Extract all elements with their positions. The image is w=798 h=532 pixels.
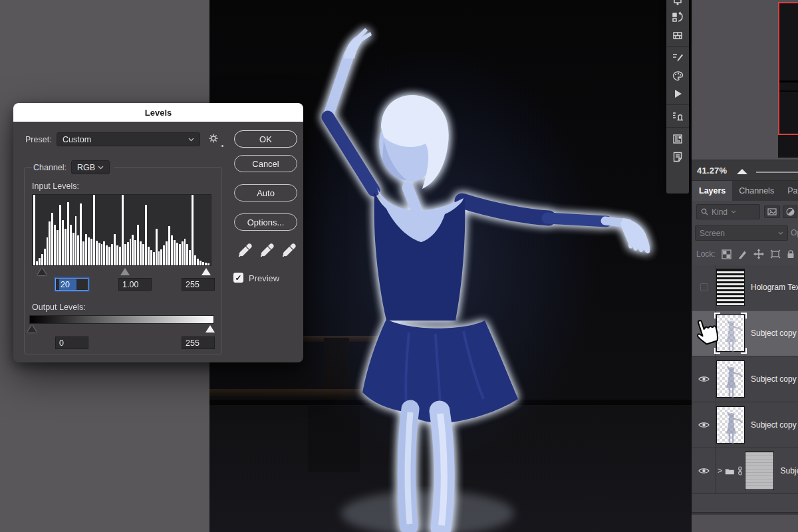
chevron-down-icon bbox=[98, 166, 104, 170]
blend-mode-value: Screen bbox=[700, 229, 775, 238]
visibility-empty-box bbox=[700, 283, 708, 291]
white-point-eyedropper-icon[interactable] bbox=[282, 243, 297, 257]
history-icon[interactable] bbox=[666, 8, 689, 26]
thumbnail-figure bbox=[717, 407, 745, 444]
zoom-percentage[interactable]: 41.27% bbox=[697, 166, 727, 176]
group-expand-chevron-icon[interactable]: > bbox=[718, 466, 722, 475]
clipped-panel-icon[interactable] bbox=[666, 0, 689, 8]
search-icon bbox=[701, 208, 708, 215]
output-gradient-bar bbox=[29, 315, 214, 324]
levels-dialog: Levels Preset: Custom OK Cancel Auto Opt… bbox=[13, 103, 303, 362]
output-shadow-field[interactable]: 0 bbox=[55, 336, 88, 349]
visibility-toggle[interactable] bbox=[692, 265, 716, 310]
channel-value: RGB bbox=[77, 163, 98, 172]
lock-transparency-icon[interactable] bbox=[722, 249, 732, 259]
output-shadow-slider[interactable] bbox=[27, 325, 37, 332]
channel-select[interactable]: RGB bbox=[71, 160, 110, 174]
gray-point-eyedropper-icon[interactable] bbox=[260, 243, 275, 257]
layer-thumbnail-texture[interactable] bbox=[716, 269, 745, 306]
zoom-slider-thumb[interactable] bbox=[737, 169, 747, 174]
layer-row-subject-copy-2[interactable]: Subject copy 2 bbox=[692, 356, 798, 402]
libraries-icon[interactable] bbox=[666, 130, 689, 148]
input-midtone-field[interactable]: 1.00 bbox=[118, 278, 152, 291]
pattern-icon[interactable] bbox=[666, 26, 689, 44]
eye-icon bbox=[698, 467, 710, 475]
preview-checkbox[interactable]: ✓ bbox=[233, 273, 243, 283]
lock-artboard-icon[interactable] bbox=[770, 249, 781, 259]
black-point-eyedropper-icon[interactable] bbox=[238, 243, 253, 257]
visibility-toggle[interactable] bbox=[692, 402, 716, 448]
input-shadow-field[interactable]: 20 bbox=[55, 278, 88, 291]
input-shadow-slider[interactable] bbox=[37, 268, 47, 275]
tool-presets-icon[interactable] bbox=[666, 107, 689, 125]
thumbnail-figure bbox=[717, 361, 745, 398]
panel-dock bbox=[666, 0, 689, 194]
preset-select[interactable]: Custom bbox=[57, 132, 200, 146]
output-highlight-field[interactable]: 255 bbox=[182, 336, 215, 349]
eye-icon bbox=[698, 375, 710, 383]
layer-thumbnail-subject[interactable] bbox=[716, 406, 745, 444]
navigator-panel bbox=[692, 0, 798, 160]
lock-row: Lock: bbox=[692, 245, 798, 263]
output-highlight-slider[interactable] bbox=[205, 325, 215, 332]
preset-value: Custom bbox=[63, 135, 188, 144]
channel-row: Channel: RGB bbox=[32, 160, 114, 174]
layer-row-hologram-texture[interactable]: Hologram Text bbox=[692, 265, 798, 311]
blend-mode-row: Screen Op bbox=[692, 225, 798, 242]
input-midtone-slider[interactable] bbox=[120, 268, 130, 275]
auto-button[interactable]: Auto bbox=[234, 184, 297, 201]
notes-icon[interactable] bbox=[666, 148, 689, 166]
navigator-view-box[interactable] bbox=[778, 2, 798, 135]
tab-paths[interactable]: Paths bbox=[781, 181, 798, 201]
layer-thumbnail-subject[interactable] bbox=[716, 360, 745, 398]
lock-all-icon[interactable] bbox=[787, 249, 795, 259]
lock-brush-icon[interactable] bbox=[737, 249, 747, 259]
histogram bbox=[32, 194, 211, 266]
preset-options-gear-icon[interactable] bbox=[208, 133, 219, 147]
lock-move-icon[interactable] bbox=[753, 249, 764, 259]
swatches-icon[interactable] bbox=[666, 66, 689, 84]
visibility-toggle[interactable] bbox=[692, 356, 716, 402]
visibility-toggle[interactable] bbox=[692, 448, 716, 493]
ok-button[interactable]: OK bbox=[234, 130, 297, 148]
folder-icon bbox=[725, 467, 735, 475]
filter-pixel-layers-icon[interactable] bbox=[764, 205, 780, 218]
chevron-down-icon bbox=[188, 138, 194, 142]
preset-label: Preset: bbox=[25, 135, 52, 144]
blend-mode-select[interactable]: Screen bbox=[695, 225, 788, 241]
channel-label: Channel: bbox=[33, 163, 66, 172]
eye-icon bbox=[698, 421, 710, 429]
navigator-zoom-bar: 41.27% bbox=[692, 160, 798, 181]
output-levels-label: Output Levels: bbox=[32, 303, 86, 312]
filter-kind-label: Kind bbox=[712, 207, 728, 217]
layer-list: Hologram Text Subject copy 3 bbox=[692, 265, 798, 494]
layer-name: Subject copy 2 bbox=[751, 374, 798, 384]
layer-thumbnail-group[interactable] bbox=[745, 452, 774, 490]
filter-kind-select[interactable]: Kind bbox=[696, 204, 760, 219]
photoshop-workspace: 41.27% Layers Channels Paths Kind bbox=[0, 0, 798, 532]
tab-channels[interactable]: Channels bbox=[732, 181, 781, 201]
panel-tabs: Layers Channels Paths bbox=[692, 181, 798, 201]
dialog-title[interactable]: Levels bbox=[13, 103, 303, 122]
input-highlight-slider[interactable] bbox=[201, 268, 211, 275]
hologram-ballerina bbox=[309, 20, 668, 532]
actions-play-icon[interactable] bbox=[666, 84, 689, 102]
layer-name: Subject copy bbox=[751, 420, 797, 430]
input-highlight-field[interactable]: 255 bbox=[182, 278, 215, 291]
options-button[interactable]: Options... bbox=[234, 213, 297, 231]
layer-name: Subje bbox=[780, 466, 798, 475]
clipping-chain-icon bbox=[737, 466, 743, 476]
filter-adjustment-layers-icon[interactable] bbox=[783, 205, 797, 218]
tab-layers[interactable]: Layers bbox=[692, 181, 732, 201]
preview-label: Preview bbox=[249, 273, 279, 283]
zoom-slider-track[interactable] bbox=[756, 172, 798, 173]
chevron-down-icon bbox=[731, 210, 736, 213]
input-levels-label: Input Levels: bbox=[32, 182, 79, 191]
layer-row-subject-copy[interactable]: Subject copy bbox=[692, 402, 798, 448]
layer-name: Hologram Text bbox=[751, 283, 798, 292]
brush-settings-icon[interactable] bbox=[666, 49, 689, 66]
chevron-down-icon bbox=[778, 231, 783, 235]
cancel-button[interactable]: Cancel bbox=[234, 155, 297, 172]
opacity-label: Op bbox=[791, 228, 798, 237]
layer-row-subject-group[interactable]: > Subje bbox=[692, 448, 798, 494]
